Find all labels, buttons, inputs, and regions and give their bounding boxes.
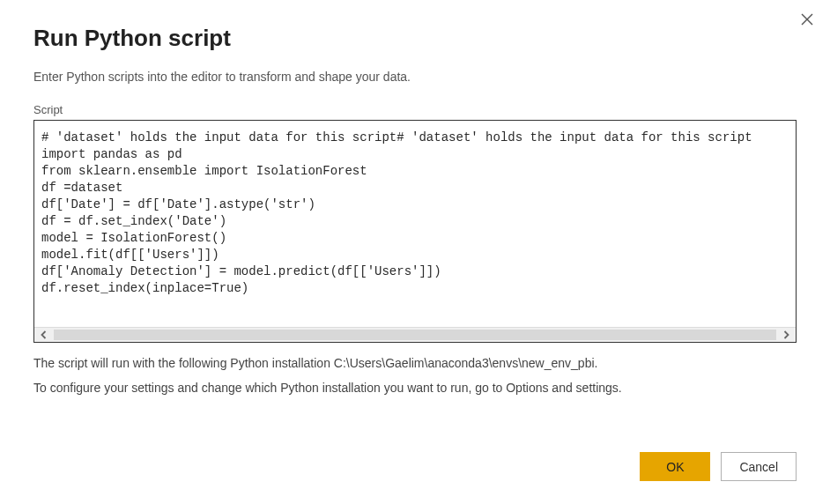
scroll-right-arrow[interactable]	[780, 329, 792, 341]
chevron-left-icon	[40, 330, 48, 339]
horizontal-scrollbar[interactable]	[34, 327, 796, 342]
script-editor[interactable]: # 'dataset' holds the input data for thi…	[33, 120, 797, 343]
dialog-button-row: OK Cancel	[640, 452, 797, 481]
scroll-track[interactable]	[54, 330, 776, 340]
dialog-subtitle: Enter Python scripts into the editor to …	[33, 70, 830, 84]
scroll-left-arrow[interactable]	[38, 329, 50, 341]
dialog-title: Run Python script	[33, 25, 830, 52]
settings-hint: To configure your settings and change wh…	[33, 378, 797, 397]
close-icon	[800, 12, 814, 26]
script-code-content[interactable]: # 'dataset' holds the input data for thi…	[34, 121, 796, 327]
chevron-right-icon	[782, 330, 790, 339]
python-path-info: The script will run with the following P…	[33, 353, 797, 373]
cancel-button[interactable]: Cancel	[721, 452, 797, 481]
ok-button[interactable]: OK	[640, 452, 710, 481]
close-button[interactable]	[798, 11, 816, 28]
script-label: Script	[33, 103, 830, 116]
